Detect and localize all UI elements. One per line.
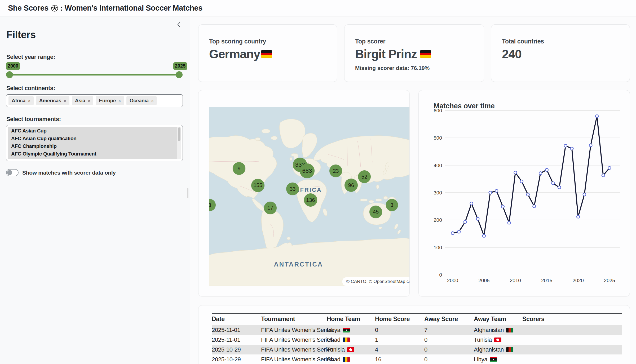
- remove-tag-icon[interactable]: ×: [88, 99, 90, 103]
- col-away-score: Away Score: [424, 314, 474, 325]
- chart-card: Matches over time 0100200300400500600200…: [418, 90, 630, 296]
- table-header-row: Date Tournament Home Team Home Score Awa…: [212, 314, 622, 325]
- col-tournament: Tournament: [261, 314, 327, 325]
- listbox-scrollbar-thumb[interactable]: [178, 127, 180, 141]
- tag-label: Africa: [12, 98, 25, 104]
- table-row: 2025-11-01 FIFA Unites Women's Series Li…: [212, 325, 622, 335]
- total-countries-value: 240: [502, 47, 522, 61]
- listbox-scrollbar: [177, 127, 181, 159]
- map-cluster-marker[interactable]: 52: [358, 170, 371, 183]
- soccer-ball-icon: [51, 5, 58, 12]
- tournament-option[interactable]: AFC Olympic Qualifying Tournament: [8, 150, 181, 158]
- tournament-option[interactable]: AFC Championship: [8, 142, 181, 150]
- table-row: 2025-11-01 FIFA Unites Women's Series Ch…: [212, 335, 622, 345]
- svg-text:600: 600: [434, 108, 442, 113]
- svg-text:2020: 2020: [572, 278, 584, 283]
- afghanistan-flag-icon: [506, 347, 513, 352]
- page-title-prefix: She Scores: [8, 4, 48, 12]
- remove-tag-icon[interactable]: ×: [118, 99, 121, 103]
- value-box-title: Top scoring country: [209, 38, 266, 45]
- continent-tag-oceania[interactable]: Oceania ×: [126, 96, 157, 105]
- top-country-value: Germany: [209, 47, 260, 61]
- tag-label: Oceania: [130, 98, 149, 104]
- map-cluster-marker[interactable]: 45: [369, 206, 382, 218]
- tunisia-flag-icon: [347, 347, 354, 352]
- tag-label: Asia: [75, 98, 85, 104]
- value-box-value: Germany: [209, 47, 272, 61]
- top-scorer-value: Birgit Prinz: [355, 47, 417, 61]
- matches-table: Date Tournament Home Team Home Score Awa…: [212, 313, 622, 364]
- germany-flag-icon: [261, 50, 272, 58]
- table-row: 2025-10-29 FIFA Unites Women's Series Ch…: [212, 354, 622, 364]
- continents-multiselect[interactable]: Africa × Americas × Asia × Europe × Ocea…: [6, 94, 183, 107]
- svg-text:2005: 2005: [478, 278, 489, 283]
- scorer-toggle-label: Show matches with scorer data only: [22, 170, 116, 176]
- map-cluster-marker[interactable]: 136: [304, 193, 317, 207]
- afghanistan-flag-icon: [506, 328, 513, 332]
- svg-text:2025: 2025: [604, 278, 615, 283]
- sidebar: Filters Select year range: 2000 2025 Sel…: [0, 16, 190, 364]
- tournaments-listbox[interactable]: AFC Asian Cup AFC Asian Cup qualificatio…: [6, 125, 183, 161]
- continents-label: Select continents:: [6, 85, 55, 92]
- svg-text:2010: 2010: [510, 278, 521, 283]
- remove-tag-icon[interactable]: ×: [28, 99, 30, 103]
- table-row: 2025-10-29 FIFA Unites Women's Series Tu…: [212, 345, 622, 354]
- map-cluster-marker[interactable]: 9: [233, 162, 245, 175]
- year-min-badge: 2000: [6, 62, 20, 70]
- year-range-label: Select year range:: [6, 54, 55, 60]
- scorer-data-toggle[interactable]: [6, 169, 19, 176]
- col-scorers: Scorers: [522, 314, 622, 325]
- col-home-score: Home Score: [375, 314, 424, 325]
- tag-label: Americas: [39, 98, 61, 104]
- map-cluster-marker[interactable]: 17: [264, 202, 277, 214]
- year-range-slider[interactable]: [10, 74, 179, 76]
- year-slider-handle-max[interactable]: [176, 71, 183, 78]
- scorer-toggle-row: Show matches with scorer data only: [6, 169, 116, 176]
- value-box-value: Birgit Prinz: [355, 47, 431, 61]
- map-cluster-marker[interactable]: 683: [300, 163, 315, 178]
- col-away-team: Away Team: [474, 314, 522, 325]
- matches-over-time-chart: 0100200300400500600200020052010201520202…: [419, 90, 630, 297]
- map-cluster-marker[interactable]: 96: [344, 179, 358, 192]
- chad-flag-icon: [343, 338, 350, 342]
- year-max-badge: 2025: [173, 62, 187, 70]
- missing-scorer-data-note: Missing scorer data: 76.19%: [355, 65, 430, 71]
- sidebar-scrollbar-thumb[interactable]: [187, 188, 188, 198]
- tournament-option[interactable]: AFC Asian Cup qualification: [8, 135, 181, 142]
- remove-tag-icon[interactable]: ×: [151, 99, 154, 103]
- page-title-suffix: : Women's International Soccer Matches: [60, 4, 202, 12]
- map-cluster-marker[interactable]: 3: [386, 199, 398, 211]
- tournaments-list: AFC Asian Cup AFC Asian Cup qualificatio…: [8, 127, 181, 159]
- value-box-top-scoring-country: Top scoring country Germany: [198, 24, 337, 82]
- map-cluster-marker[interactable]: 155: [251, 179, 264, 192]
- svg-text:500: 500: [434, 135, 442, 141]
- value-box-title: Top scorer: [355, 38, 385, 45]
- map-cluster-marker[interactable]: 33: [286, 183, 299, 195]
- map-attribution[interactable]: © CARTO, © OpenStreetMap contrib: [342, 277, 410, 286]
- matches-table-card: Date Tournament Home Team Home Score Awa…: [198, 305, 630, 364]
- page-title: She Scores : Women's International Socce…: [8, 4, 202, 12]
- toggle-knob: [7, 170, 12, 175]
- svg-text:100: 100: [434, 245, 442, 250]
- libya-flag-icon: [343, 328, 350, 332]
- continent-tag-africa[interactable]: Africa ×: [8, 96, 34, 105]
- svg-text:200: 200: [434, 217, 442, 223]
- value-box-top-scorer: Top scorer Birgit Prinz Missing scorer d…: [344, 24, 484, 82]
- filters-heading: Filters: [6, 29, 36, 41]
- continent-tag-asia[interactable]: Asia ×: [72, 96, 94, 105]
- col-date: Date: [212, 314, 261, 325]
- sidebar-collapse-button[interactable]: [175, 21, 183, 29]
- continent-tag-americas[interactable]: Americas ×: [36, 96, 69, 105]
- tournaments-label: Select tournaments:: [6, 116, 61, 123]
- tournament-option[interactable]: AFC Asian Cup: [8, 127, 181, 135]
- continent-tag-europe[interactable]: Europe ×: [96, 96, 124, 105]
- svg-text:2015: 2015: [541, 278, 552, 283]
- remove-tag-icon[interactable]: ×: [64, 99, 66, 103]
- svg-text:400: 400: [434, 163, 442, 168]
- map-cluster-marker[interactable]: 23: [329, 165, 342, 177]
- world-map[interactable]: AFRICA ANTARCTICA 9155333683331362396521…: [209, 107, 410, 286]
- map-card: AFRICA ANTARCTICA 9155333683331362396521…: [198, 90, 410, 296]
- app-root: She Scores : Women's International Socce…: [0, 0, 636, 364]
- antarctica-map-label: ANTARCTICA: [274, 261, 323, 268]
- year-slider-handle-min[interactable]: [6, 71, 13, 78]
